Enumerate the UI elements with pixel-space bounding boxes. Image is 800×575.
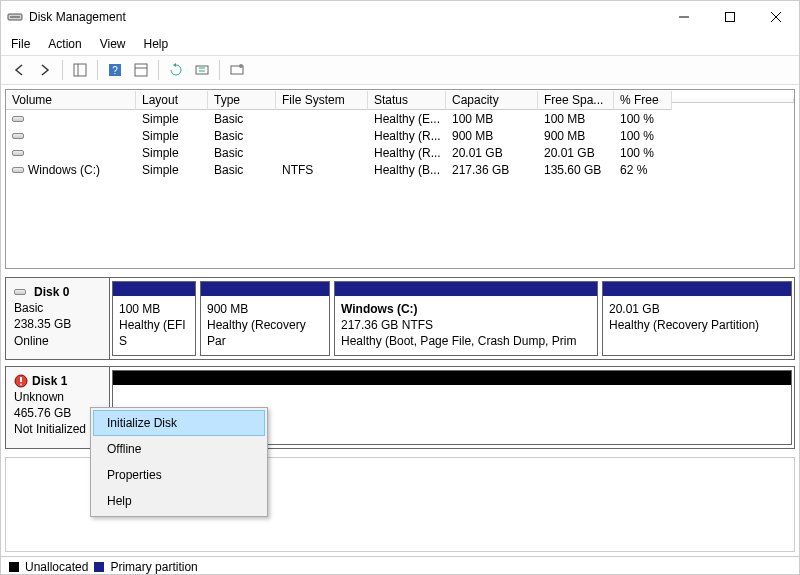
toolbar-separator	[219, 60, 220, 80]
titlebar: Disk Management	[1, 1, 799, 33]
legend-swatch-unallocated	[9, 562, 19, 572]
volume-list[interactable]: Volume Layout Type File System Status Ca…	[5, 89, 795, 269]
partition-bar	[603, 282, 791, 296]
volume-icon	[12, 116, 24, 122]
col-volume[interactable]: Volume	[6, 91, 136, 110]
disk-row-0: Disk 0 Basic 238.35 GB Online 100 MB Hea…	[5, 277, 795, 360]
svg-rect-6	[74, 64, 86, 76]
refresh-button[interactable]	[164, 58, 188, 82]
toolbar-separator	[158, 60, 159, 80]
window-title: Disk Management	[29, 10, 126, 24]
disk-error-icon	[14, 374, 28, 388]
svg-rect-10	[135, 64, 147, 76]
menu-item-initialize-disk[interactable]: Initialize Disk	[93, 410, 265, 436]
col-status[interactable]: Status	[368, 91, 446, 110]
menu-action[interactable]: Action	[46, 35, 83, 53]
disk0-size: 238.35 GB	[14, 317, 71, 331]
window-controls	[661, 1, 799, 33]
disk0-type: Basic	[14, 301, 43, 315]
partition[interactable]: 900 MB Healthy (Recovery Par	[200, 281, 330, 356]
menu-item-properties[interactable]: Properties	[93, 462, 265, 488]
volume-list-header: Volume Layout Type File System Status Ca…	[6, 90, 794, 110]
svg-rect-12	[196, 66, 208, 74]
menu-file[interactable]: File	[9, 35, 32, 53]
menu-view[interactable]: View	[98, 35, 128, 53]
menu-item-help[interactable]: Help	[93, 488, 265, 514]
table-row[interactable]: Simple Basic Healthy (E... 100 MB 100 MB…	[6, 110, 794, 127]
partition[interactable]: 20.01 GB Healthy (Recovery Partition)	[602, 281, 792, 356]
svg-text:?: ?	[112, 65, 118, 76]
col-layout[interactable]: Layout	[136, 91, 208, 110]
svg-rect-3	[726, 13, 735, 22]
disk1-type: Unknown	[14, 390, 64, 404]
help-button[interactable]: ?	[103, 58, 127, 82]
toolbar-separator	[97, 60, 98, 80]
toolbar: ?	[1, 55, 799, 85]
disk-icon	[14, 289, 26, 295]
legend-unallocated: Unallocated	[25, 560, 88, 574]
legend-swatch-primary	[94, 562, 104, 572]
menubar: File Action View Help	[1, 33, 799, 55]
table-row[interactable]: Windows (C:) Simple Basic NTFS Healthy (…	[6, 161, 794, 178]
toolbar-separator	[62, 60, 63, 80]
back-button[interactable]	[7, 58, 31, 82]
minimize-button[interactable]	[661, 1, 707, 33]
table-row[interactable]: Simple Basic Healthy (R... 900 MB 900 MB…	[6, 127, 794, 144]
table-row[interactable]: Simple Basic Healthy (R... 20.01 GB 20.0…	[6, 144, 794, 161]
col-pctfree[interactable]: % Free	[614, 91, 672, 110]
context-menu: Initialize Disk Offline Properties Help	[90, 407, 268, 517]
legend: Unallocated Primary partition	[1, 556, 799, 575]
col-freespace[interactable]: Free Spa...	[538, 91, 614, 110]
settings-button[interactable]	[225, 58, 249, 82]
forward-button[interactable]	[33, 58, 57, 82]
volume-icon	[12, 133, 24, 139]
app-icon	[7, 9, 23, 25]
menu-item-offline[interactable]: Offline	[93, 436, 265, 462]
disk0-label[interactable]: Disk 0 Basic 238.35 GB Online	[6, 278, 110, 359]
svg-rect-1	[10, 16, 20, 18]
maximize-button[interactable]	[707, 1, 753, 33]
col-filesystem[interactable]: File System	[276, 91, 368, 110]
disk0-partitions: 100 MB Healthy (EFI S 900 MB Healthy (Re…	[110, 278, 794, 359]
menu-help[interactable]: Help	[142, 35, 171, 53]
partition-bar	[113, 371, 791, 385]
volume-icon	[12, 167, 24, 173]
svg-point-19	[20, 383, 22, 385]
disk1-state: Not Initialized	[14, 421, 102, 437]
partition-bar	[201, 282, 329, 296]
legend-primary: Primary partition	[110, 560, 197, 574]
col-capacity[interactable]: Capacity	[446, 91, 538, 110]
disk1-size: 465.76 GB	[14, 406, 71, 420]
view-button[interactable]	[129, 58, 153, 82]
partition[interactable]: 100 MB Healthy (EFI S	[112, 281, 196, 356]
svg-point-16	[239, 64, 243, 68]
partition-bar	[113, 282, 195, 296]
rescan-button[interactable]	[190, 58, 214, 82]
show-hide-tree-button[interactable]	[68, 58, 92, 82]
volume-icon	[12, 150, 24, 156]
disk0-state: Online	[14, 334, 49, 348]
close-button[interactable]	[753, 1, 799, 33]
partition-bar	[335, 282, 597, 296]
col-type[interactable]: Type	[208, 91, 276, 110]
partition[interactable]: Windows (C:) 217.36 GB NTFS Healthy (Boo…	[334, 281, 598, 356]
